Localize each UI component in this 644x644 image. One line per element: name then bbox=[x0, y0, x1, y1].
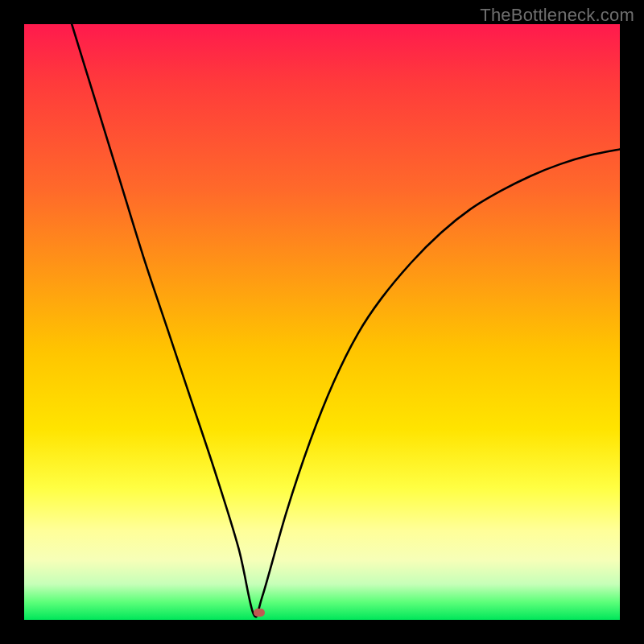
chart-frame: TheBottleneck.com bbox=[0, 0, 644, 644]
watermark-text: TheBottleneck.com bbox=[480, 5, 634, 26]
optimal-point-marker bbox=[254, 609, 265, 617]
curve-svg bbox=[24, 24, 620, 620]
bottleneck-curve-path bbox=[72, 24, 620, 617]
plot-area bbox=[24, 24, 620, 620]
